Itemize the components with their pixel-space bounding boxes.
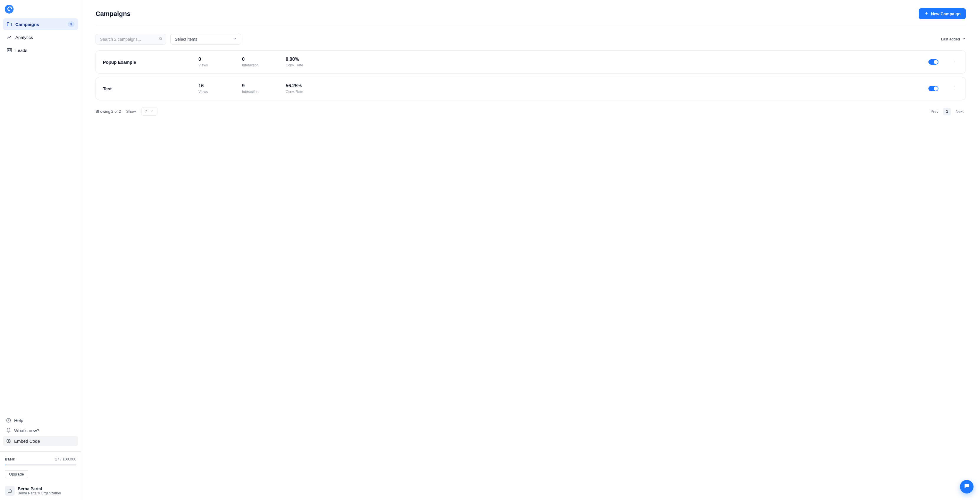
campaign-toggle[interactable] <box>928 86 939 91</box>
sidebar-item-leads[interactable]: Leads <box>3 44 78 56</box>
conv-rate-metric: 0.00% Conv. Rate <box>286 57 322 67</box>
search-wrap <box>95 34 166 45</box>
campaign-name: Popup Example <box>103 60 191 65</box>
conv-rate-value: 0.00% <box>286 57 322 62</box>
plan-tier: Basic <box>5 457 15 461</box>
chevron-down-icon <box>150 109 154 113</box>
upgrade-button[interactable]: Upgrade <box>5 470 28 478</box>
interaction-label: Interaction <box>242 63 278 67</box>
briefcase-icon <box>5 486 15 496</box>
help-icon <box>6 418 11 423</box>
more-vertical-icon <box>953 86 957 91</box>
sidebar-item-label: Leads <box>15 48 27 53</box>
next-button[interactable]: Next <box>953 108 966 115</box>
search-icon <box>159 37 163 42</box>
row-more-button[interactable] <box>951 86 958 91</box>
sidebar-item-label: Campaigns <box>15 22 39 27</box>
interaction-value: 9 <box>242 83 278 89</box>
plan-panel: Basic 27 / 100.000 Upgrade Berna Partal … <box>0 451 81 496</box>
page-title: Campaigns <box>95 10 130 18</box>
sidebar-item-campaigns[interactable]: Campaigns 3 <box>3 18 78 30</box>
new-campaign-label: New Campaign <box>931 11 961 16</box>
campaign-toggle[interactable] <box>928 59 939 65</box>
prev-button[interactable]: Prev <box>928 108 941 115</box>
sidebar: Campaigns 3 Analytics Leads Help <box>0 0 81 500</box>
svg-point-1 <box>8 50 9 51</box>
chat-fab[interactable] <box>960 480 974 494</box>
svg-point-6 <box>159 37 162 39</box>
views-label: Views <box>199 90 235 94</box>
interaction-value: 0 <box>242 57 278 62</box>
svg-point-7 <box>955 60 955 60</box>
profile-org: Berna Partal's Organization <box>18 491 61 495</box>
conv-rate-value: 56.25% <box>286 83 322 89</box>
new-campaign-button[interactable]: New Campaign <box>919 8 966 19</box>
sort-dropdown[interactable]: Last added <box>941 37 966 42</box>
pagination-footer: Showing 2 of 2 Show 7 Prev 1 Next <box>95 107 966 116</box>
page-size-select[interactable]: 7 <box>141 107 158 116</box>
campaign-list: Popup Example 0 Views 0 Interaction 0.00… <box>95 51 966 100</box>
plus-icon <box>924 11 929 16</box>
sidebar-item-analytics[interactable]: Analytics <box>3 31 78 43</box>
help-label: Help <box>14 418 23 423</box>
conv-rate-label: Conv. Rate <box>286 63 322 67</box>
bell-icon <box>6 428 11 433</box>
views-label: Views <box>199 63 235 67</box>
row-more-button[interactable] <box>951 59 958 65</box>
folder-icon <box>6 21 13 27</box>
page-number[interactable]: 1 <box>943 108 951 115</box>
interaction-label: Interaction <box>242 90 278 94</box>
svg-point-8 <box>955 61 955 62</box>
conv-rate-metric: 56.25% Conv. Rate <box>286 83 322 94</box>
plan-usage-bar <box>5 464 76 465</box>
sort-label: Last added <box>941 37 960 42</box>
embed-code-link[interactable]: Embed Code <box>3 436 78 446</box>
whats-new-link[interactable]: What's new? <box>3 425 78 435</box>
campaign-row[interactable]: Popup Example 0 Views 0 Interaction 0.00… <box>95 51 966 73</box>
svg-point-10 <box>955 86 955 87</box>
page-size-value: 7 <box>145 109 147 113</box>
showing-count: Showing 2 of 2 <box>95 109 121 113</box>
app-logo[interactable] <box>5 5 14 14</box>
leads-icon <box>6 47 13 53</box>
svg-point-9 <box>955 62 955 63</box>
primary-nav: Campaigns 3 Analytics Leads <box>3 18 78 56</box>
svg-rect-5 <box>8 490 11 492</box>
whats-new-label: What's new? <box>14 428 39 433</box>
select-items-dropdown[interactable]: Select items <box>170 34 241 45</box>
pager: Prev 1 Next <box>928 108 966 115</box>
profile-block[interactable]: Berna Partal Berna Partal's Organization <box>5 486 76 496</box>
profile-name: Berna Partal <box>18 486 61 491</box>
chevron-down-icon <box>232 37 237 42</box>
svg-point-4 <box>8 440 10 442</box>
target-icon <box>6 438 11 444</box>
show-label: Show <box>126 109 136 113</box>
secondary-nav: Help What's new? Embed Code <box>3 415 78 446</box>
campaign-row[interactable]: Test 16 Views 9 Interaction 56.25% Conv.… <box>95 77 966 100</box>
toolbar: Select items Last added <box>95 34 966 45</box>
views-value: 0 <box>199 57 235 62</box>
campaign-name: Test <box>103 86 191 91</box>
analytics-icon <box>6 34 13 40</box>
interaction-metric: 0 Interaction <box>242 57 278 67</box>
embed-code-label: Embed Code <box>14 439 40 444</box>
more-vertical-icon <box>953 59 957 65</box>
svg-point-11 <box>955 88 955 88</box>
main-content: Campaigns New Campaign Select items Last… <box>81 0 980 500</box>
help-link[interactable]: Help <box>3 415 78 425</box>
search-input[interactable] <box>95 34 166 45</box>
svg-point-12 <box>955 89 955 90</box>
svg-point-3 <box>7 439 10 443</box>
views-metric: 16 Views <box>199 83 235 94</box>
interaction-metric: 9 Interaction <box>242 83 278 94</box>
sidebar-item-label: Analytics <box>15 35 33 40</box>
chat-icon <box>964 483 970 490</box>
campaigns-count-badge: 3 <box>68 22 75 27</box>
select-items-label: Select items <box>175 37 197 42</box>
plan-usage: 27 / 100.000 <box>55 457 76 461</box>
views-value: 16 <box>199 83 235 89</box>
page-header: Campaigns New Campaign <box>95 8 966 26</box>
views-metric: 0 Views <box>199 57 235 67</box>
chevron-down-icon <box>962 37 966 42</box>
conv-rate-label: Conv. Rate <box>286 90 322 94</box>
